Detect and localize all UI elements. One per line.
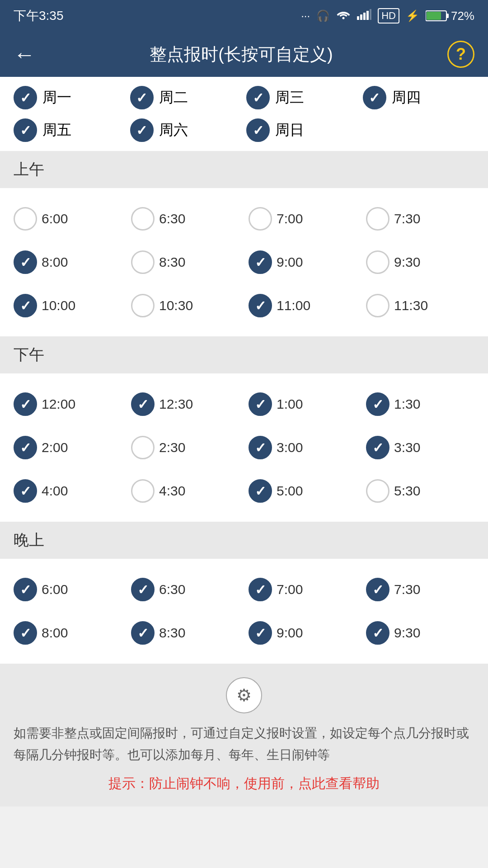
time-item[interactable]: 12:30 xyxy=(127,382,244,426)
time-item[interactable]: 3:00 xyxy=(244,426,361,469)
time-checkbox[interactable] xyxy=(131,479,155,503)
time-item[interactable]: 8:00 xyxy=(9,241,127,284)
time-item[interactable]: 11:00 xyxy=(244,284,361,327)
time-item[interactable]: 8:30 xyxy=(127,611,244,655)
time-item[interactable]: 8:00 xyxy=(9,611,127,655)
time-label: 5:00 xyxy=(277,483,303,499)
time-checkbox[interactable] xyxy=(366,578,389,601)
time-checkbox[interactable] xyxy=(249,436,272,459)
time-checkbox[interactable] xyxy=(14,392,37,416)
time-item[interactable]: 7:00 xyxy=(244,568,361,611)
time-label: 7:00 xyxy=(277,582,303,597)
help-button[interactable]: ? xyxy=(447,41,474,68)
day-item[interactable]: 周三 xyxy=(246,86,358,109)
time-item[interactable]: 4:30 xyxy=(127,469,244,513)
time-item[interactable]: 9:00 xyxy=(244,611,361,655)
day-checkbox[interactable] xyxy=(130,86,154,109)
time-checkbox[interactable] xyxy=(366,479,389,503)
time-item[interactable]: 6:00 xyxy=(9,568,127,611)
time-checkbox[interactable] xyxy=(366,436,389,459)
time-item[interactable]: 6:00 xyxy=(9,197,127,241)
time-label: 7:30 xyxy=(394,211,420,226)
time-label: 11:00 xyxy=(277,298,310,313)
day-checkbox[interactable] xyxy=(246,118,270,142)
svg-rect-4 xyxy=(366,11,369,20)
time-checkbox[interactable] xyxy=(14,436,37,459)
day-item[interactable]: 周一 xyxy=(14,86,126,109)
time-item[interactable]: 1:00 xyxy=(244,382,361,426)
headphone-icon: 🎧 xyxy=(316,9,330,22)
day-checkbox[interactable] xyxy=(14,86,37,109)
svg-rect-7 xyxy=(446,14,449,18)
time-checkbox[interactable] xyxy=(249,479,272,503)
time-checkbox[interactable] xyxy=(131,392,155,416)
time-item[interactable]: 9:30 xyxy=(361,241,479,284)
app-header: ← 整点报时(长按可自定义) ? xyxy=(0,32,488,77)
time-item[interactable]: 5:30 xyxy=(361,469,479,513)
time-checkbox[interactable] xyxy=(14,294,37,317)
time-checkbox[interactable] xyxy=(14,578,37,601)
day-checkbox[interactable] xyxy=(246,86,270,109)
time-checkbox[interactable] xyxy=(131,207,155,231)
time-checkbox[interactable] xyxy=(366,621,389,645)
time-item[interactable]: 2:00 xyxy=(9,426,127,469)
time-item[interactable]: 7:00 xyxy=(244,197,361,241)
day-item[interactable]: 周二 xyxy=(130,86,242,109)
time-checkbox[interactable] xyxy=(14,207,37,231)
time-label: 8:30 xyxy=(159,255,185,270)
time-item[interactable]: 6:30 xyxy=(127,197,244,241)
time-label: 1:30 xyxy=(394,396,420,412)
bottom-hint[interactable]: 提示：防止闹钟不响，使用前，点此查看帮助 xyxy=(108,774,380,793)
day-item[interactable]: 周六 xyxy=(130,118,242,142)
time-checkbox[interactable] xyxy=(249,621,272,645)
time-item[interactable]: 3:30 xyxy=(361,426,479,469)
time-item[interactable]: 12:00 xyxy=(9,382,127,426)
time-checkbox[interactable] xyxy=(131,436,155,459)
time-item[interactable]: 2:30 xyxy=(127,426,244,469)
day-label: 周日 xyxy=(275,120,304,140)
time-checkbox[interactable] xyxy=(366,294,389,317)
time-item[interactable]: 11:30 xyxy=(361,284,479,327)
day-checkbox[interactable] xyxy=(363,86,386,109)
time-checkbox[interactable] xyxy=(14,621,37,645)
time-checkbox[interactable] xyxy=(14,479,37,503)
time-checkbox[interactable] xyxy=(14,250,37,274)
svg-rect-2 xyxy=(360,14,362,20)
time-checkbox[interactable] xyxy=(249,250,272,274)
day-item[interactable]: 周五 xyxy=(14,118,126,142)
bottom-description: 如需要非整点或固定间隔报时，可通过自定义报时设置，如设定每个点几分报时或每隔几分… xyxy=(14,722,474,765)
back-button[interactable]: ← xyxy=(14,42,35,67)
time-checkbox[interactable] xyxy=(131,578,155,601)
day-checkbox[interactable] xyxy=(130,118,154,142)
time-checkbox[interactable] xyxy=(131,621,155,645)
time-checkbox[interactable] xyxy=(131,250,155,274)
time-item[interactable]: 8:30 xyxy=(127,241,244,284)
day-checkbox[interactable] xyxy=(14,118,37,142)
svg-rect-8 xyxy=(427,12,441,20)
settings-button[interactable]: ⚙ xyxy=(226,677,262,713)
time-item[interactable]: 1:30 xyxy=(361,382,479,426)
time-item[interactable]: 7:30 xyxy=(361,197,479,241)
time-item[interactable]: 6:30 xyxy=(127,568,244,611)
time-checkbox[interactable] xyxy=(366,250,389,274)
time-checkbox[interactable] xyxy=(131,294,155,317)
time-item[interactable]: 9:00 xyxy=(244,241,361,284)
time-item[interactable]: 7:30 xyxy=(361,568,479,611)
time-checkbox[interactable] xyxy=(249,392,272,416)
days-grid: 周一 周二 周三 周四 周五 周六 周日 xyxy=(14,86,474,142)
time-item[interactable]: 9:30 xyxy=(361,611,479,655)
time-checkbox[interactable] xyxy=(249,578,272,601)
day-item[interactable]: 周四 xyxy=(363,86,475,109)
time-item[interactable]: 10:30 xyxy=(127,284,244,327)
time-checkbox[interactable] xyxy=(366,207,389,231)
time-label: 2:00 xyxy=(42,440,68,455)
time-checkbox[interactable] xyxy=(249,294,272,317)
time-label: 10:00 xyxy=(42,298,75,313)
time-item[interactable]: 5:00 xyxy=(244,469,361,513)
time-checkbox[interactable] xyxy=(249,207,272,231)
time-item[interactable]: 10:00 xyxy=(9,284,127,327)
time-checkbox[interactable] xyxy=(366,392,389,416)
day-item[interactable]: 周日 xyxy=(246,118,358,142)
signal-dots-icon: ··· xyxy=(301,9,310,22)
time-item[interactable]: 4:00 xyxy=(9,469,127,513)
